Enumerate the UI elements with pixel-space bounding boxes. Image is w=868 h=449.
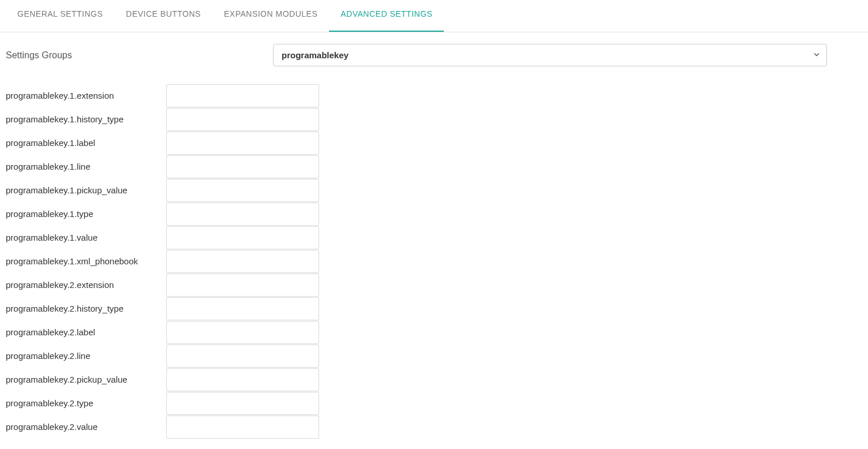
settings-group-select[interactable]: programablekey [273, 44, 827, 66]
setting-row: programablekey.1.value [6, 226, 862, 249]
settings-group-select-wrap: programablekey [273, 44, 827, 66]
tabs: GENERAL SETTINGSDEVICE BUTTONSEXPANSION … [6, 0, 525, 32]
setting-label: programablekey.1.history_type [6, 114, 166, 124]
setting-label: programablekey.1.xml_phonebook [6, 256, 166, 266]
setting-label: programablekey.2.label [6, 327, 166, 337]
setting-input[interactable] [166, 368, 319, 391]
setting-label: programablekey.2.value [6, 422, 166, 432]
setting-row: programablekey.2.label [6, 320, 862, 344]
setting-input[interactable] [166, 345, 319, 368]
setting-input[interactable] [166, 392, 319, 415]
setting-row: programablekey.2.pickup_value [6, 368, 862, 391]
setting-label: programablekey.2.line [6, 351, 166, 361]
tabs-container: GENERAL SETTINGSDEVICE BUTTONSEXPANSION … [0, 0, 868, 32]
setting-input[interactable] [166, 226, 319, 249]
setting-row: programablekey.2.history_type [6, 297, 862, 320]
setting-row: programablekey.2.value [6, 415, 862, 439]
setting-input[interactable] [166, 179, 319, 202]
setting-row: programablekey.1.pickup_value [6, 178, 862, 202]
setting-label: programablekey.1.label [6, 138, 166, 148]
setting-input[interactable] [166, 250, 319, 273]
setting-row: programablekey.2.extension [6, 273, 862, 297]
settings-group-label: Settings Groups [6, 50, 273, 61]
tab-expansion-modules[interactable]: EXPANSION MODULES [212, 0, 329, 32]
setting-input[interactable] [166, 274, 319, 297]
setting-input[interactable] [166, 108, 319, 131]
setting-label: programablekey.1.pickup_value [6, 185, 166, 195]
setting-label: programablekey.1.line [6, 162, 166, 171]
setting-input[interactable] [166, 84, 319, 107]
setting-input[interactable] [166, 132, 319, 155]
setting-input[interactable] [166, 203, 319, 226]
setting-label: programablekey.2.type [6, 398, 166, 408]
setting-input[interactable] [166, 155, 319, 178]
tab-device-buttons[interactable]: DEVICE BUTTONS [114, 0, 212, 32]
setting-row: programablekey.1.label [6, 131, 862, 155]
setting-row: programablekey.1.history_type [6, 107, 862, 131]
tab-advanced-settings[interactable]: ADVANCED SETTINGS [329, 0, 444, 32]
setting-row: programablekey.2.type [6, 391, 862, 415]
setting-row: programablekey.1.xml_phonebook [6, 249, 862, 273]
setting-label: programablekey.2.extension [6, 280, 166, 290]
content-area: Settings Groups programablekey programab… [0, 32, 868, 449]
setting-label: programablekey.2.history_type [6, 304, 166, 313]
setting-label: programablekey.1.value [6, 233, 166, 242]
setting-row: programablekey.1.extension [6, 84, 862, 107]
settings-list: programablekey.1.extensionprogramablekey… [6, 84, 862, 439]
setting-label: programablekey.1.type [6, 209, 166, 219]
setting-row: programablekey.1.type [6, 202, 862, 226]
setting-row: programablekey.2.line [6, 344, 862, 368]
setting-input[interactable] [166, 297, 319, 320]
tab-general-settings[interactable]: GENERAL SETTINGS [6, 0, 114, 32]
setting-label: programablekey.2.pickup_value [6, 375, 166, 384]
setting-input[interactable] [166, 321, 319, 344]
setting-label: programablekey.1.extension [6, 91, 166, 100]
setting-row: programablekey.1.line [6, 155, 862, 178]
settings-group-row: Settings Groups programablekey [6, 44, 862, 66]
setting-input[interactable] [166, 416, 319, 439]
